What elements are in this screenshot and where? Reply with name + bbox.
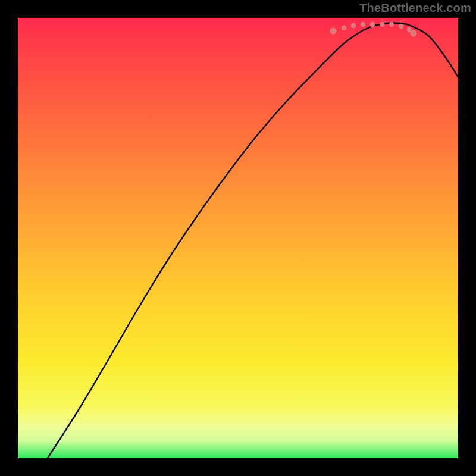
chart-frame: TheBottleneck.com xyxy=(0,0,476,476)
marker-dot xyxy=(361,22,365,27)
watermark-text: TheBottleneck.com xyxy=(359,1,471,15)
marker-dot xyxy=(411,30,417,37)
marker-dot xyxy=(330,28,337,35)
bottleneck-curve xyxy=(48,23,458,458)
plot-area xyxy=(18,18,458,458)
marker-dot xyxy=(370,22,375,27)
curve-overlay xyxy=(18,18,458,458)
marker-dot xyxy=(399,24,403,29)
marker-dot xyxy=(342,26,346,30)
marker-dot xyxy=(351,23,356,28)
marker-dot xyxy=(389,22,394,27)
marker-dot xyxy=(380,22,384,27)
